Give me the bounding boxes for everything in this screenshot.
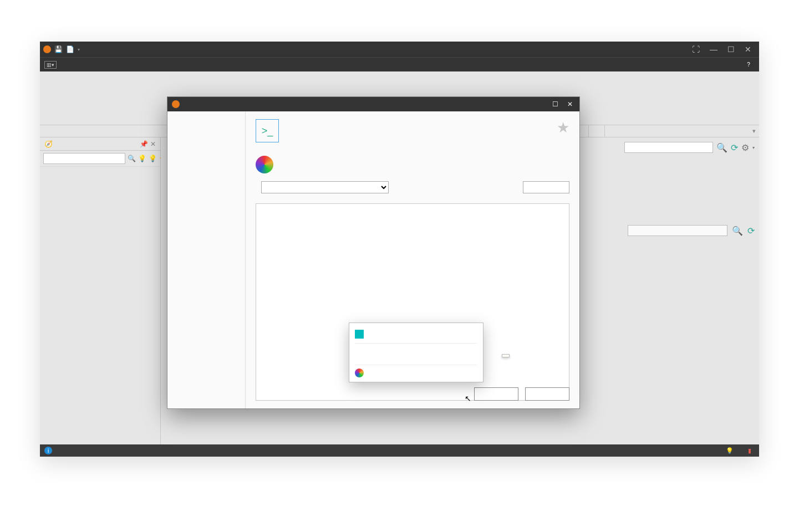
- dialog-close-button[interactable]: ✕: [565, 100, 575, 108]
- color-wheel-icon: [355, 369, 364, 377]
- maximize-button[interactable]: ☐: [727, 45, 735, 54]
- ribbon-collapse-icon[interactable]: ▾: [749, 125, 759, 137]
- bulb-off-icon[interactable]: 💡: [149, 155, 157, 162]
- navigation-panel: 🧭 📌 ✕ 🔍 💡 💡 ★: [40, 137, 161, 444]
- help-button[interactable]: ?: [745, 61, 752, 69]
- detail-search-input[interactable]: [628, 225, 727, 236]
- doc-icon[interactable]: 📄: [66, 45, 74, 53]
- info-icon: i: [44, 447, 52, 454]
- bulb-icon: 💡: [726, 447, 734, 454]
- theme-colors-label: [355, 344, 477, 350]
- search-icon[interactable]: 🔍: [732, 226, 743, 236]
- color-scheme-select[interactable]: [261, 181, 389, 193]
- license-badge-icon: ▮: [748, 447, 751, 454]
- close-panel-icon[interactable]: ✕: [150, 140, 156, 148]
- close-button[interactable]: ✕: [745, 45, 751, 54]
- save-icon[interactable]: 💾: [54, 45, 63, 53]
- picker-reset-button[interactable]: [355, 328, 477, 344]
- color-picker-popup: [349, 323, 484, 382]
- fullscreen-icon[interactable]: ⛶: [692, 45, 700, 54]
- titlebar: 💾 📄 ▾ ⛶ — ☐ ✕: [40, 42, 759, 57]
- ok-button[interactable]: [474, 387, 518, 401]
- app-icon: [43, 45, 51, 53]
- color-tooltip: [502, 354, 510, 357]
- gear-icon[interactable]: ⚙: [741, 142, 749, 153]
- status-bar: i 💡 ▮: [40, 444, 759, 457]
- dropdown-icon[interactable]: ▾: [78, 47, 80, 52]
- refresh-icon[interactable]: ⟳: [731, 142, 738, 153]
- refresh-icon[interactable]: ⟳: [747, 226, 755, 236]
- cancel-button[interactable]: [525, 387, 569, 401]
- standard-colors-label: [355, 355, 477, 361]
- group-license: [604, 125, 620, 137]
- menu-bar: ▥▾ ?: [40, 57, 759, 71]
- group-config: [589, 125, 604, 137]
- bulb-on-icon[interactable]: 💡: [138, 155, 146, 162]
- terminal-big-icon: >_: [256, 119, 279, 142]
- search-icon[interactable]: 🔍: [716, 142, 727, 153]
- reset-scheme-button[interactable]: [523, 181, 569, 193]
- more-colors-button[interactable]: [355, 365, 477, 377]
- current-color-swatch: [355, 330, 364, 339]
- dialog-sidebar: [167, 111, 246, 408]
- content-search-input[interactable]: [624, 142, 713, 153]
- nav-search-input[interactable]: [43, 153, 125, 164]
- compass-icon: 🧭: [44, 140, 53, 148]
- minimize-button[interactable]: —: [710, 45, 717, 54]
- layout-menu-icon[interactable]: ▥▾: [44, 61, 57, 69]
- dialog-maximize-button[interactable]: ☐: [550, 100, 561, 108]
- favorite-toggle-icon[interactable]: ★: [557, 119, 569, 136]
- chevron-down-icon[interactable]: ▾: [752, 145, 755, 150]
- color-wheel-icon: [256, 156, 273, 173]
- dialog-icon: [172, 100, 180, 108]
- search-icon[interactable]: 🔍: [128, 155, 136, 162]
- pin-icon[interactable]: 📌: [140, 140, 148, 148]
